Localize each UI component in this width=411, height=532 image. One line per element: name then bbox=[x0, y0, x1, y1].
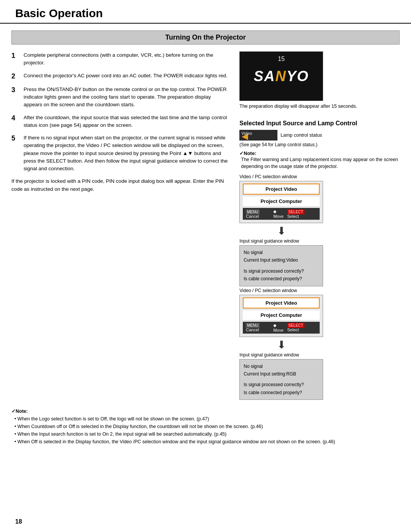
lamp-control-label: Lamp control status bbox=[280, 133, 322, 138]
lamp-control-box: Video ◀ Lamp control status bbox=[239, 130, 400, 141]
vpc-row-computer-2[interactable]: Project Computer bbox=[243, 310, 320, 320]
step-5: 5 If there is no signal input when start… bbox=[11, 134, 228, 173]
lamp-bar-label: Video bbox=[241, 131, 252, 136]
isg-spacer-2 bbox=[244, 378, 319, 381]
vpc-window-1-label: Video / PC selection window bbox=[239, 174, 400, 179]
vpc-select-1[interactable]: SELECT Select bbox=[287, 209, 317, 219]
sanyo-caption: The preparation display will disappear a… bbox=[239, 103, 400, 110]
sanyo-logo: SANYO bbox=[254, 68, 309, 85]
sanyo-sa: SA bbox=[254, 68, 276, 84]
step-3-text: Press the ON/STAND-BY button on the remo… bbox=[24, 86, 228, 109]
step-1-num: 1 bbox=[11, 51, 20, 60]
bottom-notes-list: When the Logo select function is set to … bbox=[11, 415, 400, 446]
bottom-note-item-0: When the Logo select function is set to … bbox=[14, 415, 400, 423]
vpc-move-2: ◆ Move bbox=[273, 323, 287, 332]
isg-line-1-3: Is signal processed correctly? bbox=[244, 267, 319, 275]
step-2: 2 Connect the projector's AC power cord … bbox=[11, 72, 228, 81]
step-1-text: Complete peripheral connections (with a … bbox=[24, 51, 228, 67]
vpc-cancel-1[interactable]: MENU Cancel bbox=[246, 209, 273, 219]
vpc-window-2-label: Video / PC selection window bbox=[239, 288, 400, 293]
vpc-select-2[interactable]: SELECT Select bbox=[287, 323, 317, 332]
lamp-caption: (See page 54 for Lamp control status.) bbox=[239, 142, 400, 147]
pin-note-text: If the projector is locked with a PIN co… bbox=[11, 178, 224, 192]
vpc-move-1: ◆ Move bbox=[273, 209, 287, 219]
sanyo-countdown: 15 bbox=[278, 56, 285, 62]
step-2-text: Connect the projector's AC power cord in… bbox=[24, 72, 228, 80]
input-source-section: Selected Input Source and Lamp Control V… bbox=[239, 120, 400, 402]
page-title: Basic Operation bbox=[15, 7, 396, 20]
right-column: 15 SANYO The preparation display will di… bbox=[239, 51, 400, 401]
isg-line-2-1: Current Input setting:RGB bbox=[244, 370, 319, 378]
step-1: 1 Complete peripheral connections (with … bbox=[11, 51, 228, 67]
input-source-title: Selected Input Source and Lamp Control bbox=[239, 120, 400, 127]
isg-line-2-4: Is cable connected properly? bbox=[244, 389, 319, 396]
step-4: 4 After the countdown, the input source … bbox=[11, 114, 228, 129]
vpc-window-2: Project Video Project Computer MENU Canc… bbox=[239, 295, 323, 337]
main-content: 1 Complete peripheral connections (with … bbox=[0, 51, 411, 401]
page-title-section: Basic Operation bbox=[0, 0, 411, 24]
bottom-note-item-1: When Countdown off or Off is selected in… bbox=[14, 423, 400, 430]
step-4-num: 4 bbox=[11, 114, 20, 123]
isg-line-2-0: No signal bbox=[244, 363, 319, 370]
pin-note: If the projector is locked with a PIN co… bbox=[11, 177, 228, 193]
bottom-note-title: ✓Note: bbox=[11, 409, 28, 414]
isg-line-1-1: Current Input setting:Video bbox=[244, 256, 319, 264]
isg-window-1-label: Input signal guidance window bbox=[239, 238, 400, 244]
lamp-bar: Video ◀ bbox=[239, 130, 277, 141]
vpc-row-video-1[interactable]: Project Video bbox=[243, 184, 320, 195]
isg-window-1: No signal Current Input setting:Video Is… bbox=[239, 245, 323, 286]
note-1-text: The Filter warning and Lamp replacement … bbox=[241, 156, 400, 171]
section-header: Turning On the Projector bbox=[11, 30, 400, 45]
isg-spacer-1 bbox=[244, 264, 319, 267]
step-4-text: After the countdown, the input source th… bbox=[24, 114, 228, 129]
step-3-num: 3 bbox=[11, 86, 20, 94]
vpc-window-1: Project Video Project Computer MENU Canc… bbox=[239, 181, 323, 223]
step-5-text: If there is no signal input when start o… bbox=[24, 134, 228, 173]
page-number: 18 bbox=[15, 518, 22, 525]
sanyo-n: N bbox=[275, 68, 286, 84]
isg-window-2: No signal Current Input setting:RGB Is s… bbox=[239, 359, 323, 400]
isg-line-1-4: Is cable connected properly? bbox=[244, 275, 319, 283]
sanyo-startup-screen: 15 SANYO bbox=[239, 51, 323, 101]
isg-line-2-3: Is signal processed correctly? bbox=[244, 381, 319, 388]
step-2-num: 2 bbox=[11, 72, 20, 81]
bottom-note-item-2: When the Input search function is set to… bbox=[14, 430, 400, 438]
vpc-toolbar-2: MENU Cancel ◆ Move SELECT Select bbox=[243, 322, 320, 334]
vpc-row-video-2[interactable]: Project Video bbox=[243, 297, 320, 308]
bottom-note-item-3: When Off is selected in the Display func… bbox=[14, 438, 400, 446]
isg-window-2-label: Input signal guidance window bbox=[239, 352, 400, 358]
vpc-cancel-2[interactable]: MENU Cancel bbox=[246, 323, 273, 332]
left-column: 1 Complete peripheral connections (with … bbox=[11, 51, 228, 401]
step-3: 3 Press the ON/STAND-BY button on the re… bbox=[11, 86, 228, 109]
sanyo-yo: YO bbox=[287, 68, 309, 84]
bottom-notes-section: ✓Note: When the Logo select function is … bbox=[0, 401, 411, 461]
down-arrow-2: ⬇ bbox=[239, 339, 323, 351]
step-5-num: 5 bbox=[11, 134, 20, 143]
isg-line-1-0: No signal bbox=[244, 249, 319, 256]
vpc-toolbar-1: MENU Cancel ◆ Move SELECT Select bbox=[243, 208, 320, 220]
vpc-row-computer-1[interactable]: Project Computer bbox=[243, 197, 320, 206]
note-1: ✓Note: The Filter warning and Lamp repla… bbox=[239, 150, 400, 171]
note-1-title: ✓Note: bbox=[239, 150, 400, 156]
down-arrow-1: ⬇ bbox=[239, 225, 323, 237]
